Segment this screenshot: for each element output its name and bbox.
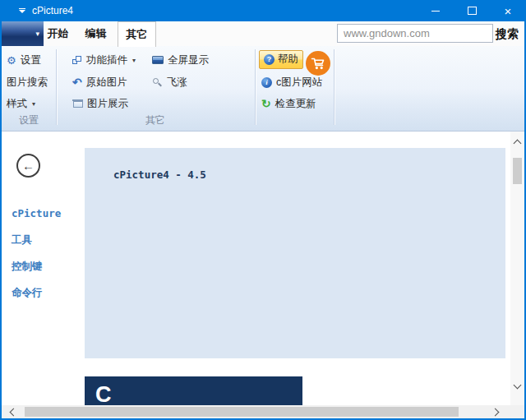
check-update-button[interactable]: ↻ 检查更新 — [261, 95, 316, 113]
horizontal-scrollbar[interactable] — [2, 405, 524, 418]
back-arrow-icon: ← — [22, 159, 35, 173]
scroll-up-icon[interactable] — [514, 140, 522, 148]
chevron-down-icon: ▾ — [32, 100, 35, 108]
gear-icon: ⚙ — [7, 55, 16, 66]
plugins-dropdown-button[interactable]: 功能插件 ▾ — [72, 51, 136, 69]
website-button[interactable]: i c图片网站 — [261, 73, 322, 91]
window-title: cPicture4 — [32, 5, 73, 16]
chevron-down-icon: ▾ — [132, 57, 136, 64]
tab-start[interactable]: 开始 — [40, 21, 76, 46]
ribbon: ⚙ 设置 图片搜索 样式 ▾ 设置 功能插件 ▾ ↶ 原始图片 图片展示 全屏显… — [2, 46, 524, 132]
plugins-label: 功能插件 — [86, 53, 127, 67]
image-search-label: 图片搜索 — [7, 76, 48, 90]
minimize-icon — [431, 11, 440, 12]
magnifier-icon — [152, 77, 163, 88]
help-page-panel: cPicture4 - 4.5 — [85, 148, 505, 358]
refresh-icon: ↻ — [261, 98, 271, 109]
fullscreen-button[interactable]: 全屏显示 — [152, 51, 209, 69]
vertical-scrollbar[interactable] — [510, 132, 524, 405]
style-dropdown-button[interactable]: 样式 ▾ — [7, 95, 35, 113]
help-label: 帮助 — [278, 53, 298, 67]
group-label-settings: 设置 — [2, 113, 56, 127]
main-content: ← cPicture 工具 控制键 命令行 cPicture4 - 4.5 C — [2, 132, 524, 405]
app-menu-icon[interactable] — [19, 8, 25, 13]
vertical-scrollbar-thumb[interactable] — [513, 158, 522, 184]
app-window: cPicture4 × ▾ 开始 编辑 其它 搜索 ⚙ 设置 图片搜索 样式 — [0, 0, 526, 420]
chevron-down-icon: ▾ — [35, 30, 39, 38]
fullscreen-label: 全屏显示 — [168, 53, 209, 67]
group-label-other: 其它 — [56, 113, 255, 127]
tab-edit[interactable]: 编辑 — [78, 21, 113, 46]
website-label: c图片网站 — [276, 76, 322, 90]
close-icon: × — [505, 5, 512, 17]
scroll-left-icon[interactable] — [10, 408, 18, 417]
original-image-label: 原始图片 — [86, 76, 127, 90]
scroll-right-icon[interactable] — [491, 408, 500, 417]
titlebar: cPicture4 × — [0, 0, 526, 21]
minimize-button[interactable] — [418, 0, 454, 21]
settings-button[interactable]: ⚙ 设置 — [7, 51, 41, 69]
logo-banner: C — [85, 376, 302, 405]
info-icon: i — [261, 77, 272, 88]
nav-link-tools[interactable]: 工具 — [12, 233, 32, 247]
close-button[interactable]: × — [490, 0, 526, 21]
ribbon-tab-bar: ▾ 开始 编辑 其它 搜索 — [0, 21, 526, 46]
nav-link-control-keys[interactable]: 控制键 — [12, 260, 43, 274]
soar-button[interactable]: 飞涨 — [152, 73, 187, 91]
image-search-button[interactable]: 图片搜索 — [7, 73, 48, 91]
soar-label: 飞涨 — [167, 76, 187, 90]
horizontal-scrollbar-thumb[interactable] — [25, 407, 459, 417]
window-controls: × — [418, 0, 526, 21]
help-button[interactable]: ? 帮助 — [259, 50, 303, 69]
image-show-label: 图片展示 — [87, 97, 128, 111]
search-button[interactable]: 搜索 — [496, 21, 519, 46]
settings-label: 设置 — [21, 53, 41, 67]
search-input[interactable] — [337, 24, 493, 43]
image-show-button[interactable]: 图片展示 — [72, 95, 128, 113]
plugin-icon — [72, 56, 82, 65]
application-menu-button[interactable]: ▾ — [0, 21, 44, 46]
undo-arrow-icon: ↶ — [72, 76, 82, 88]
maximize-button[interactable] — [454, 0, 490, 21]
monitor-icon — [152, 56, 164, 64]
tab-other-active[interactable]: 其它 — [118, 21, 156, 47]
group-divider — [255, 49, 256, 125]
projector-screen-icon — [72, 99, 83, 108]
page-title: cPicture4 - 4.5 — [113, 168, 206, 181]
nav-link-command-line[interactable]: 命令行 — [12, 286, 43, 300]
cart-icon[interactable] — [306, 51, 330, 76]
maximize-icon — [468, 7, 477, 15]
window-border-left — [0, 21, 2, 420]
nav-link-cpicture[interactable]: cPicture — [12, 207, 61, 219]
original-image-button[interactable]: ↶ 原始图片 — [72, 73, 127, 91]
help-icon: ? — [264, 54, 275, 65]
logo-letter: C — [95, 382, 112, 405]
back-button[interactable]: ← — [16, 154, 40, 178]
style-label: 样式 — [7, 97, 27, 111]
check-update-label: 检查更新 — [275, 97, 316, 111]
group-divider — [334, 49, 335, 125]
scroll-down-icon[interactable] — [514, 381, 522, 390]
